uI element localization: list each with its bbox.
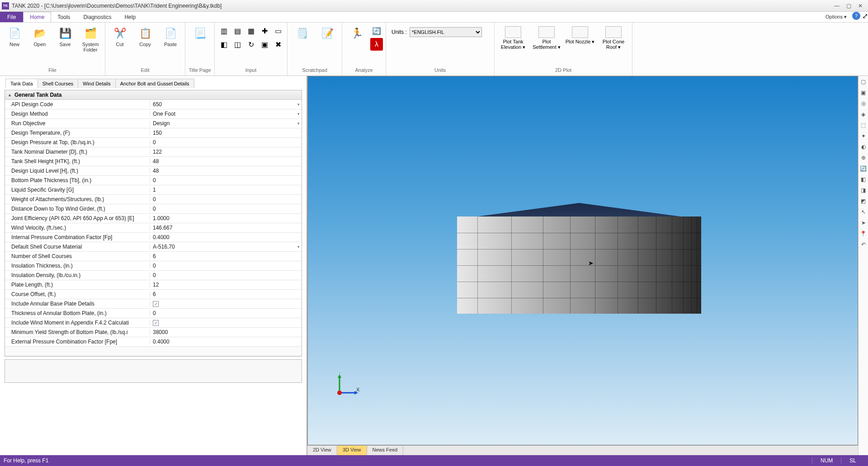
- property-value[interactable]: 122: [150, 149, 302, 155]
- analyze-pdf-icon[interactable]: λ: [370, 38, 383, 51]
- property-value[interactable]: 0: [150, 310, 302, 316]
- save-button[interactable]: 💾Save: [53, 24, 77, 49]
- property-value[interactable]: 650▾: [150, 101, 302, 108]
- dropdown-icon[interactable]: ▾: [297, 121, 300, 126]
- new-button[interactable]: 📄New: [3, 24, 26, 49]
- property-row[interactable]: Thickness of Annular Bottom Plate, (in.)…: [5, 309, 302, 318]
- property-value[interactable]: 146.667: [150, 225, 302, 231]
- dropdown-icon[interactable]: ▾: [297, 112, 300, 116]
- input-tool-6[interactable]: ◧: [217, 38, 230, 51]
- property-row[interactable]: Design Liquid Level [H], (ft.)48: [5, 166, 302, 176]
- tab-tools[interactable]: Tools: [51, 12, 77, 22]
- property-value[interactable]: 0: [150, 196, 302, 202]
- property-row[interactable]: Insulation Density, (lb./cu.in.)0: [5, 271, 302, 280]
- plot-tank-elevation-button[interactable]: Plot Tank Elevation ▾: [497, 24, 529, 52]
- tool-icon-12[interactable]: ◩: [859, 197, 868, 205]
- property-value[interactable]: 150: [150, 130, 302, 136]
- tool-icon-6[interactable]: ✦: [859, 132, 868, 140]
- viewport-3d[interactable]: ➤ Y X: [307, 76, 858, 445]
- property-row[interactable]: Design Pressure at Top, (lb./sq.in.)0: [5, 138, 302, 147]
- property-row[interactable]: Distance Down to Top Wind Girder, (ft.)0: [5, 204, 302, 214]
- tool-rotate-icon[interactable]: 🔄: [859, 165, 868, 173]
- input-tool-10[interactable]: ✖: [272, 38, 284, 51]
- property-row[interactable]: Include Wind Moment in Appendix F.4.2 Ca…: [5, 318, 302, 328]
- property-row[interactable]: Tank Shell Height [HTK], (ft.)48: [5, 157, 302, 166]
- input-tool-5[interactable]: ▭: [272, 24, 284, 37]
- tool-icon-8[interactable]: ⊕: [859, 154, 868, 162]
- input-tool-9[interactable]: ▣: [258, 38, 271, 51]
- dropdown-icon[interactable]: ▾: [297, 245, 300, 249]
- property-value[interactable]: 0: [150, 206, 302, 212]
- tool-icon-11[interactable]: ◨: [859, 186, 868, 194]
- input-tool-4[interactable]: ✚: [258, 24, 271, 37]
- analyze-run-button[interactable]: 🏃: [345, 24, 368, 42]
- view-tab-3d[interactable]: 3D View: [337, 446, 367, 455]
- input-tool-8[interactable]: ↻: [245, 38, 257, 51]
- property-value[interactable]: One Foot▾: [150, 111, 302, 117]
- property-value[interactable]: 1.0000: [150, 215, 302, 221]
- dropdown-icon[interactable]: ▾: [297, 102, 300, 107]
- property-value[interactable]: 6: [150, 253, 302, 259]
- scratchpad-button-1[interactable]: 🗒️: [290, 24, 314, 42]
- property-value[interactable]: 48: [150, 168, 302, 174]
- plot-cone-roof-button[interactable]: Plot Cone Roof ▾: [598, 24, 629, 52]
- tool-icon-4[interactable]: ◈: [859, 110, 868, 118]
- paste-button[interactable]: 📄Paste: [159, 24, 182, 49]
- property-row[interactable]: Design Temperature, (F)150: [5, 128, 302, 138]
- units-select[interactable]: *ENGLISH.FIL: [410, 27, 482, 37]
- section-header[interactable]: ▲ General Tank Data: [5, 90, 302, 100]
- property-value[interactable]: 0: [150, 272, 302, 278]
- property-row[interactable]: Plate Length, (ft.)12: [5, 280, 302, 290]
- property-row[interactable]: API Design Code650▾: [5, 100, 302, 109]
- property-value[interactable]: 6: [150, 291, 302, 297]
- property-row[interactable]: Default Shell Course MaterialA-516,70▾: [5, 242, 302, 252]
- property-row[interactable]: Run ObjectiveDesign▾: [5, 119, 302, 128]
- view-tab-news[interactable]: News Feed: [367, 446, 404, 455]
- cut-button[interactable]: ✂️Cut: [108, 24, 132, 49]
- property-row[interactable]: Course Offset, (ft.)6: [5, 290, 302, 299]
- tool-pin-icon[interactable]: 📍: [859, 230, 868, 238]
- view-tab-2d[interactable]: 2D View: [307, 446, 337, 455]
- help-icon[interactable]: ?: [852, 12, 860, 20]
- property-value[interactable]: Design▾: [150, 120, 302, 127]
- pin-icon[interactable]: ⤢: [862, 12, 868, 22]
- tool-icon-2[interactable]: ▣: [859, 89, 868, 97]
- checkbox-icon[interactable]: ✓: [153, 320, 159, 326]
- property-value[interactable]: 12: [150, 282, 302, 288]
- property-value[interactable]: 0.4000: [150, 234, 302, 240]
- tab-tank-data[interactable]: Tank Data: [5, 79, 38, 88]
- input-tool-7[interactable]: ◫: [231, 38, 244, 51]
- system-folder-button[interactable]: 🗂️System Folder: [79, 24, 102, 54]
- property-row[interactable]: Design MethodOne Foot▾: [5, 109, 302, 119]
- property-row[interactable]: External Pressure Combination Factor [Fp…: [5, 337, 302, 347]
- property-row[interactable]: Wind Velocity, (ft./sec.)146.667: [5, 223, 302, 233]
- property-row[interactable]: Liquid Specific Gravity [G]1: [5, 185, 302, 195]
- property-row[interactable]: Weight of Attachments/Structures, (lb.)0: [5, 195, 302, 204]
- property-row[interactable]: Joint Efficiency (API 620, API 650 App A…: [5, 214, 302, 223]
- property-row[interactable]: Insulation Thickness, (in.)0: [5, 261, 302, 271]
- tool-icon-5[interactable]: ⬚: [859, 121, 868, 129]
- tab-home[interactable]: Home: [23, 12, 51, 22]
- input-tool-3[interactable]: ▦: [245, 24, 257, 37]
- tool-icon-10[interactable]: ◧: [859, 175, 868, 184]
- tool-icon-1[interactable]: ▢: [859, 78, 868, 86]
- minimize-button[interactable]: —: [831, 1, 843, 10]
- property-value[interactable]: 38000: [150, 329, 302, 335]
- input-tool-2[interactable]: ▤: [231, 24, 244, 37]
- input-tool-1[interactable]: ▥: [217, 24, 230, 37]
- scratchpad-button-2[interactable]: 📝: [316, 24, 339, 42]
- property-value[interactable]: ✓: [150, 301, 302, 307]
- property-value[interactable]: 48: [150, 158, 302, 165]
- property-row[interactable]: Include Annular Base Plate Details✓: [5, 299, 302, 309]
- copy-button[interactable]: 📋Copy: [133, 24, 157, 49]
- tab-anchor-bolt[interactable]: Anchor Bolt and Gusset Details: [115, 79, 194, 88]
- plot-settlement-button[interactable]: Plot Settlement ▾: [531, 24, 562, 52]
- property-value[interactable]: 0.4000: [150, 339, 302, 345]
- tab-diagnostics[interactable]: Diagnostics: [77, 12, 118, 22]
- property-value[interactable]: 1: [150, 187, 302, 193]
- tab-help[interactable]: Help: [118, 12, 142, 22]
- tab-shell-courses[interactable]: Shell Courses: [38, 79, 78, 88]
- property-value[interactable]: A-516,70▾: [150, 244, 302, 250]
- tool-pointer-icon[interactable]: ➤: [859, 219, 868, 227]
- property-value[interactable]: ✓: [150, 320, 302, 326]
